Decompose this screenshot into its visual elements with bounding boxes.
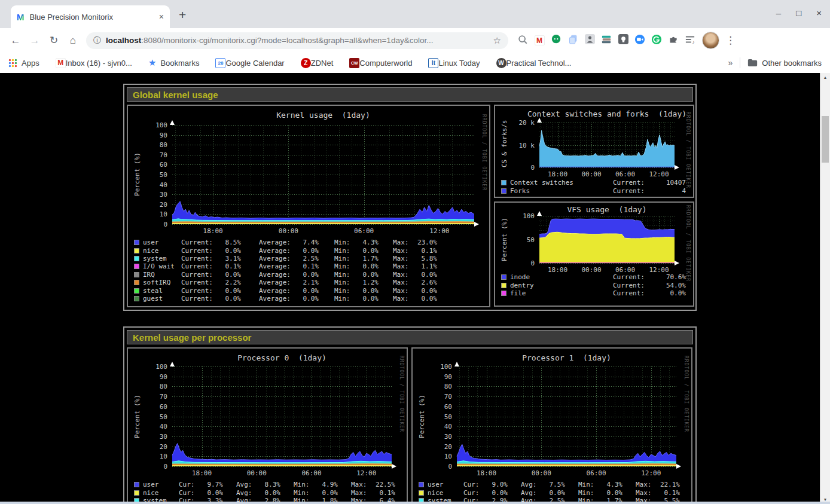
x-tick: 18:00 <box>199 227 227 235</box>
bookmark-bookmarks[interactable]: ★Bookmarks <box>148 57 199 68</box>
legend-stat-value: 4.3% <box>352 239 379 246</box>
person-button[interactable] <box>584 35 596 47</box>
books-button[interactable] <box>600 35 612 47</box>
lamp-icon <box>618 34 628 47</box>
x-tick: 06:00 <box>611 170 640 178</box>
legend-row-irq: IRQCurrent:0.0%Average:0.0%Min:0.0%Max:0… <box>134 271 487 279</box>
hangouts-button[interactable] <box>550 35 562 47</box>
bookmark-label: Practical Technol... <box>506 59 572 68</box>
legend-series-name: user <box>428 481 463 488</box>
legend-row-steal: stealCurrent:0.0%Average:0.0%Min:0.0%Max… <box>134 286 487 294</box>
window-close-icon[interactable]: × <box>816 8 822 18</box>
search-button[interactable] <box>517 35 529 47</box>
section-kernel-usage-per-processor: Kernel usage per processor Processor 0 (… <box>123 326 697 504</box>
legend-stat-value: 0.1% <box>411 247 437 255</box>
chart-legend: Context switchesCurrent:10407ForksCurren… <box>501 179 691 195</box>
minimize-icon[interactable]: – <box>776 8 781 18</box>
scroll-up-icon[interactable]: ▲ <box>820 75 830 80</box>
x-tick: 12:00 <box>637 469 666 477</box>
svg-text:♪: ♪ <box>692 39 695 44</box>
legend-stat-value: 70.6% <box>655 273 686 281</box>
legend-series-name: IRQ <box>143 271 181 279</box>
apps-grid-icon <box>8 59 17 68</box>
legend-stat-label: Current: <box>613 179 655 187</box>
y-tick: 40 <box>128 181 167 189</box>
y-tick: 10 k <box>495 142 535 149</box>
new-tab-button[interactable]: + <box>179 8 186 22</box>
reload-icon[interactable]: ↻ <box>46 34 62 47</box>
bookmark-apps[interactable]: Apps <box>8 59 39 68</box>
window-controls: – □ × <box>776 8 822 18</box>
gmail-ext-button[interactable]: M <box>533 35 545 47</box>
profile-avatar[interactable] <box>702 32 719 49</box>
bookmark-label: Apps <box>22 59 39 68</box>
legend-stat-label: Current: <box>613 187 655 195</box>
legend-color-swatch <box>134 264 139 269</box>
graph-processor-0[interactable]: Processor 0 (1day)RRDTOOL / TOBI OETIKER… <box>127 347 408 504</box>
graph-processor-1[interactable]: Processor 1 (1day)RRDTOOL / TOBI OETIKER… <box>411 347 692 504</box>
legend-stat-label: Max: <box>393 255 411 262</box>
browser-tab[interactable]: M Blue Precision Monitorix × <box>11 5 170 28</box>
bookmark-zdnet[interactable]: ZZDNet <box>301 58 334 68</box>
site-info-icon[interactable]: ⓘ <box>93 35 101 46</box>
legend-stat-label: Average: <box>259 262 292 270</box>
lamp-button[interactable] <box>617 35 629 47</box>
bookmark-star-icon[interactable]: ☆ <box>493 35 501 46</box>
legend-stat-label: Max: <box>393 279 411 286</box>
chrome-menu-icon[interactable]: ⋮ <box>725 34 736 47</box>
grammarly-button[interactable] <box>651 35 663 47</box>
legend-stat-value: 0.0% <box>215 271 241 279</box>
bookmark-practical-technol[interactable]: WPractical Technol... <box>496 58 572 68</box>
graph-context-switches[interactable]: Context switches and forks (1day)RRDTOOL… <box>494 105 694 198</box>
legend-stat-value: 0.0% <box>254 489 280 497</box>
tab-close-icon[interactable]: × <box>159 12 164 22</box>
y-tick: 10 <box>128 453 167 460</box>
reading-list-button[interactable]: ♪ <box>684 35 696 47</box>
zoom-cam-icon <box>634 34 645 47</box>
person-icon <box>585 34 595 47</box>
bookmark-linux-today[interactable]: ltLinux Today <box>428 58 480 68</box>
legend-stat-value: 22.5% <box>369 481 395 488</box>
window-bottom-edge <box>0 502 830 504</box>
legend-color-swatch <box>134 256 139 261</box>
scroll-down-icon[interactable]: ▼ <box>820 497 830 502</box>
x-tick: 06:00 <box>350 227 379 235</box>
x-tick: 18:00 <box>472 469 501 477</box>
y-tick: 20 <box>128 443 167 451</box>
back-icon[interactable]: ← <box>8 35 23 47</box>
legend-series-name: Forks <box>510 187 613 195</box>
graph-vfs-usage[interactable]: VFS usage (1day)RRDTOOL / TOBI OETIKERPe… <box>494 201 694 307</box>
legend-color-swatch <box>419 482 424 487</box>
plot-canvas <box>536 210 680 267</box>
bookmark-computerworld[interactable]: CWComputerworld <box>349 58 412 68</box>
legend-stat-value: 23.0% <box>411 239 437 246</box>
bookmarks-overflow-icon[interactable]: » <box>728 58 733 68</box>
y-tick: 60 <box>128 161 167 169</box>
bookmark-google-calendar[interactable]: 28Google Calendar <box>215 58 284 68</box>
copy-button[interactable] <box>567 35 579 47</box>
legend-color-swatch <box>501 291 506 296</box>
legend-series-name: Context switches <box>510 179 613 187</box>
legend-stat-label: Current: <box>181 295 215 303</box>
puzzle-button[interactable] <box>667 35 679 47</box>
scrollbar-thumb[interactable] <box>822 116 829 163</box>
y-tick: 0 <box>495 164 535 172</box>
home-icon[interactable]: ⌂ <box>65 35 81 47</box>
x-tick: 18:00 <box>544 170 572 178</box>
forward-icon[interactable]: → <box>27 35 42 47</box>
legend-stat-value: 9.7% <box>197 481 223 488</box>
legend-stat-label: Cur: <box>463 489 481 497</box>
scrollbar[interactable]: ▲ ▼ <box>820 73 830 504</box>
y-tick: 40 <box>128 423 167 430</box>
zoom-cam-button[interactable] <box>634 35 646 47</box>
legend-stat-value: 54.0% <box>655 282 686 289</box>
legend-color-swatch <box>134 280 139 285</box>
bookmark-inbox-16-sjvn0[interactable]: MInbox (16) - sjvn0... <box>56 58 132 68</box>
address-bar[interactable]: ⓘ localhost:8080/monitorix-cgi/monitorix… <box>86 32 508 49</box>
plot-canvas <box>169 120 480 228</box>
other-bookmarks-button[interactable]: Other bookmarks <box>747 59 822 68</box>
y-tick: 100 <box>495 212 535 220</box>
section-title: Global kernel usage <box>127 87 693 102</box>
maximize-icon[interactable]: □ <box>796 8 801 18</box>
graph-kernel-usage[interactable]: Kernel usage (1day)RRDTOOL / TOBI OETIKE… <box>127 105 490 307</box>
